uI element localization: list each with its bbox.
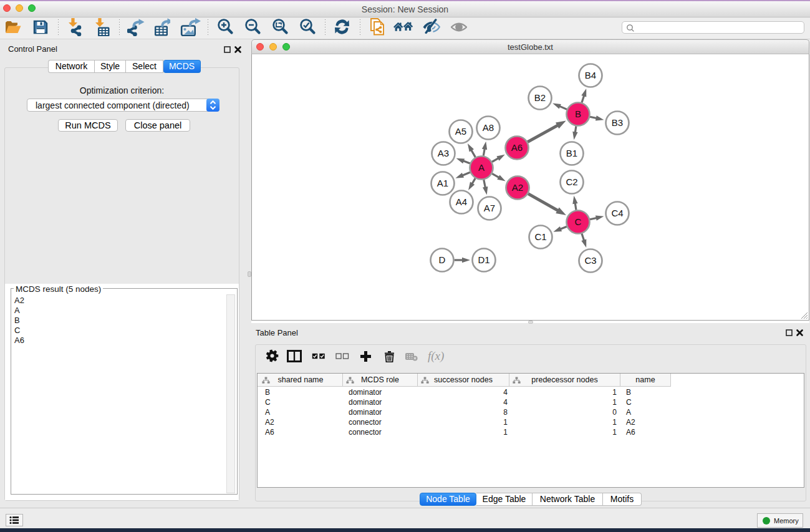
- svg-text:C4: C4: [611, 208, 623, 218]
- svg-text:A7: A7: [484, 203, 495, 213]
- svg-text:B1: B1: [566, 148, 577, 158]
- svg-text:A8: A8: [483, 122, 494, 133]
- svg-text:A1: A1: [437, 178, 448, 188]
- svg-text:D1: D1: [478, 254, 489, 265]
- svg-text:A: A: [478, 162, 485, 173]
- svg-text:A4: A4: [456, 196, 467, 207]
- svg-text:A6: A6: [511, 142, 523, 153]
- svg-text:B3: B3: [612, 117, 623, 128]
- svg-text:C: C: [575, 216, 582, 227]
- svg-text:B4: B4: [585, 70, 596, 80]
- svg-text:B: B: [575, 109, 581, 119]
- svg-text:A5: A5: [455, 126, 466, 137]
- svg-text:A2: A2: [512, 182, 523, 193]
- svg-text:D: D: [439, 254, 446, 265]
- svg-text:C1: C1: [534, 231, 546, 242]
- svg-text:A3: A3: [438, 148, 449, 158]
- svg-text:C3: C3: [584, 255, 596, 266]
- svg-text:B2: B2: [534, 92, 546, 103]
- svg-text:C2: C2: [566, 177, 577, 187]
